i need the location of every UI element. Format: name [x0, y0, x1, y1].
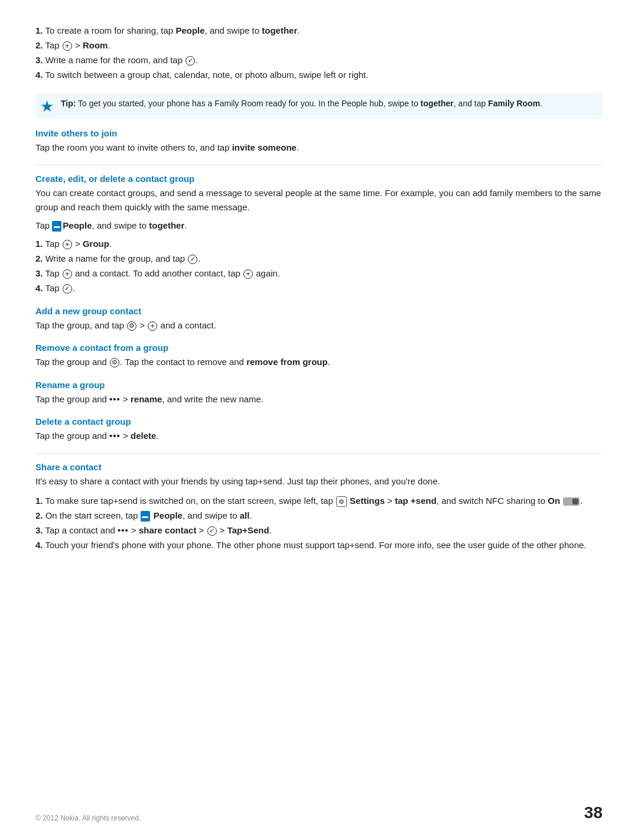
page-number: 38	[584, 803, 603, 822]
accept-icon: ✓	[185, 56, 195, 66]
divider-2	[35, 453, 603, 454]
create-step-1: 1. Tap + > Group.	[35, 237, 603, 251]
create-steps: 1. Tap + > Group. 2. Write a name for th…	[35, 237, 603, 295]
share-contact-heading: Share a contact	[35, 462, 603, 472]
add-group-section: Add a new group contact Tap the group, a…	[35, 306, 603, 332]
delete-group-heading: Delete a contact group	[35, 416, 603, 426]
share-step-3: 3. Tap a contact and ••• > share contact…	[35, 523, 603, 538]
step-number: 4.	[35, 70, 43, 80]
dots-icon: •••	[109, 394, 121, 404]
remove-contact-section: Remove a contact from a group Tap the gr…	[35, 343, 603, 369]
invite-heading: Invite others to join	[35, 128, 603, 138]
people-icon: ▬	[52, 221, 61, 232]
create-edit-section: Create, edit, or delete a contact group …	[35, 174, 603, 295]
settings-icon: ⚙	[336, 496, 347, 507]
check-icon: ✓	[207, 526, 217, 536]
share-contact-section: Share a contact It's easy to share a con…	[35, 462, 603, 552]
step-number: 1.	[35, 25, 43, 35]
check-icon: ✓	[63, 284, 72, 294]
remove-contact-text: Tap the group and ⚙. Tap the contact to …	[35, 355, 603, 369]
share-step-1: 1. To make sure tap+send is switched on,…	[35, 494, 603, 508]
delete-group-text: Tap the group and ••• > delete.	[35, 429, 603, 442]
plus-icon: +	[63, 41, 72, 51]
rename-group-text: Tap the group and ••• > rename, and writ…	[35, 392, 603, 406]
step-1: 1. To create a room for sharing, tap Peo…	[35, 24, 603, 38]
plus-icon: +	[63, 269, 72, 279]
create-edit-heading: Create, edit, or delete a contact group	[35, 174, 603, 184]
remove-contact-heading: Remove a contact from a group	[35, 343, 603, 353]
tip-text: Tip: To get you started, your phone has …	[61, 97, 542, 110]
toggle-icon	[563, 497, 580, 506]
settings-icon: ⚙	[127, 321, 136, 331]
copyright: © 2012 Nokia. All rights reserved.	[35, 814, 141, 822]
create-edit-para: You can create contact groups, and send …	[35, 186, 603, 214]
settings-icon: ⚙	[110, 358, 119, 367]
add-group-text: Tap the group, and tap ⚙ > + and a conta…	[35, 318, 603, 332]
delete-group-section: Delete a contact group Tap the group and…	[35, 416, 603, 442]
divider-1	[35, 165, 603, 165]
rename-group-heading: Rename a group	[35, 380, 603, 390]
step-4: 4. To switch between a group chat, calen…	[35, 68, 603, 82]
share-contact-intro: It's easy to share a contact with your f…	[35, 474, 603, 488]
share-step-2: 2. On the start screen, tap ▬ People, an…	[35, 509, 603, 523]
step-text: To create a room for sharing, tap People…	[45, 25, 300, 35]
footer: © 2012 Nokia. All rights reserved. 38	[0, 803, 638, 822]
step-number: 2.	[35, 40, 43, 50]
dots-icon: •••	[118, 525, 129, 535]
intro-steps: 1. To create a room for sharing, tap Peo…	[35, 24, 603, 82]
plus-icon: +	[148, 321, 157, 331]
add-group-heading: Add a new group contact	[35, 306, 603, 316]
create-step-2: 2. Write a name for the group, and tap ✓…	[35, 252, 603, 266]
rename-group-section: Rename a group Tap the group and ••• > r…	[35, 380, 603, 406]
step-2: 2. Tap + > Room.	[35, 38, 603, 53]
tip-box: ★ Tip: To get you started, your phone ha…	[35, 93, 603, 119]
step-text: To switch between a group chat, calendar…	[45, 70, 368, 80]
share-steps: 1. To make sure tap+send is switched on,…	[35, 494, 603, 552]
step-number: 3.	[35, 55, 43, 65]
plus-icon-2: +	[243, 269, 253, 279]
invite-section: Invite others to join Tap the room you w…	[35, 128, 603, 154]
invite-text: Tap the room you want to invite others t…	[35, 141, 603, 154]
accept-icon: ✓	[188, 255, 197, 264]
people-icon: ▬	[141, 511, 150, 522]
plus-icon: +	[63, 240, 72, 249]
share-step-4: 4. Touch your friend's phone with your p…	[35, 538, 603, 552]
step-3: 3. Write a name for the room, and tap ✓.	[35, 53, 603, 67]
step-text: Tap + > Room.	[45, 40, 110, 50]
create-step-4: 4. Tap ✓.	[35, 281, 603, 295]
tap-people-line: Tap ▬People, and swipe to together.	[35, 219, 603, 232]
dots-icon: •••	[109, 431, 121, 441]
step-text: Write a name for the room, and tap ✓.	[45, 55, 198, 65]
star-icon: ★	[40, 99, 54, 114]
create-step-3: 3. Tap + and a contact. To add another c…	[35, 266, 603, 281]
